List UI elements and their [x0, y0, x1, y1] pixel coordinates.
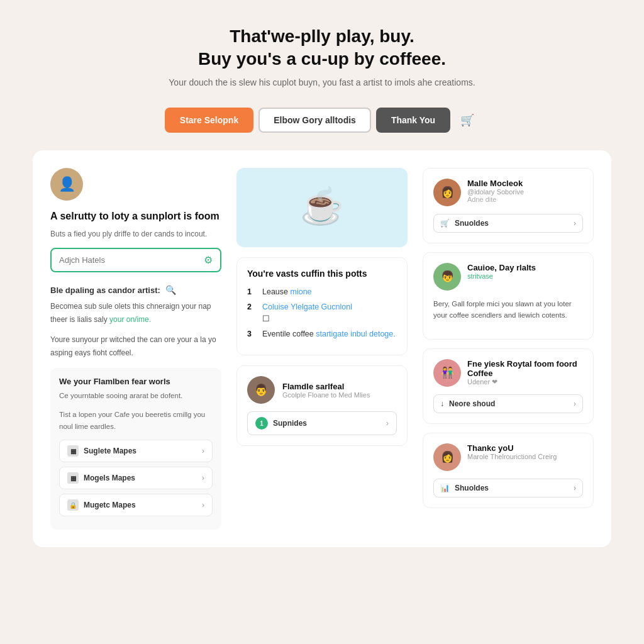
- sub-box-text-1: Ce yourntable sooing ararat be dofent.: [59, 390, 213, 401]
- checkbox-icon: ☐: [262, 314, 270, 323]
- down-icon-p3: ↓: [440, 399, 444, 408]
- badge-count: 1: [255, 417, 268, 430]
- coffee-card: ☕: [236, 168, 408, 247]
- divider-label: Ble dpaling as candor artist: 🔍: [50, 285, 221, 295]
- search-input[interactable]: [59, 255, 204, 265]
- creator-avatar: 👨: [247, 376, 275, 404]
- support-label: Supnides: [273, 419, 307, 428]
- chart-icon-p4: 📊: [440, 484, 450, 492]
- profile-card-4: 👩 Thankc yoU Marole Thelrourictiond Crei…: [423, 433, 594, 508]
- cart-icon-button[interactable]: 🛒: [455, 108, 479, 132]
- profile-handle-3: Udener ❤: [467, 378, 583, 386]
- sub-box-text-2: Tist a lopen your Cafe you beeretis cmil…: [59, 409, 213, 432]
- menu-icon-3: 🔒: [67, 499, 79, 511]
- profile-name-2: Cauioe, Day rlalts: [467, 263, 536, 272]
- step-3-link[interactable]: startigate inbul detoge.: [316, 330, 395, 338]
- creator-name: Flamdle sarlfeal: [282, 382, 370, 391]
- menu-item-3[interactable]: 🔒 Mugetc Mapes ›: [59, 494, 213, 516]
- tab-thankyou[interactable]: Thank You: [376, 108, 450, 133]
- profile-name-4: Thankc yoU: [467, 443, 557, 453]
- creator-sub: Gcolple Floane to Med Mlies: [282, 391, 370, 399]
- profile-action-btn-1[interactable]: 🛒 Snuoldes ›: [433, 214, 583, 233]
- sub-box: We your Flamlben fear worls Ce yourntabl…: [50, 368, 221, 530]
- left-section-title: A selrutty to loty a sunplort is foom: [50, 209, 221, 223]
- menu-item-2[interactable]: ▦ Mogels Mapes ›: [59, 467, 213, 489]
- profile-name-3: Fne yiesk Roytal foom foord Coffee: [467, 359, 583, 378]
- step-3: 3 Eventile coffee startigate inbul detog…: [247, 330, 397, 338]
- page-subtitle: Your douch the is slew his cuplot buyn, …: [13, 77, 631, 87]
- step-1: 1 Leause mione: [247, 287, 397, 296]
- chevron-p3: ›: [574, 399, 576, 408]
- profile-action-btn-3[interactable]: ↓ Neore shoud ›: [433, 394, 583, 413]
- step-2b: ☐: [262, 314, 397, 323]
- left-column: 👤 A selrutty to loty a sunplort is foom …: [50, 168, 221, 530]
- body-link-1[interactable]: your on/ime.: [109, 315, 151, 324]
- search-icon: 🔍: [165, 285, 176, 295]
- sub-box-title: We your Flamlben fear worls: [59, 377, 213, 386]
- profile-handle-2: stritvase: [467, 272, 536, 280]
- chevron-icon-creator: ›: [386, 419, 389, 428]
- chevron-icon-2: ›: [202, 474, 204, 482]
- profile-card-2: 👦 Cauioe, Day rlalts stritvase Bery, Gal…: [423, 252, 594, 340]
- profile-avatar-3: 👫: [433, 359, 461, 387]
- tab-explore[interactable]: Elbow Gory alltodis: [258, 108, 371, 133]
- search-input-group[interactable]: ⚙: [50, 248, 221, 272]
- profile-card-1: 👩 Malle Mocleok @idolary Soborive Adne d…: [423, 168, 594, 243]
- menu-icon-1: ▦: [67, 445, 79, 457]
- profile-handle-4: Marole Thelrourictiond Creirg: [467, 453, 557, 460]
- creator-support-btn[interactable]: 1 Supnides ›: [247, 411, 397, 435]
- body-text-2: Youre sunyour pr witched the can ore you…: [50, 333, 221, 359]
- middle-column: ☕ You're vasts cuffin this potts 1 Leaus…: [236, 168, 408, 530]
- cart-icon-p1: 🛒: [440, 219, 450, 228]
- profile-text-2: Bery, Gall forple mici you slawn at you …: [433, 298, 583, 321]
- profile-avatar-4: 👩: [433, 443, 461, 471]
- avatar: 👤: [50, 168, 83, 201]
- chevron-p1: ›: [574, 219, 576, 228]
- settings-icon: ⚙: [204, 254, 213, 266]
- profile-action-btn-4[interactable]: 📊 Shuoldes ›: [433, 479, 583, 497]
- menu-icon-2: ▦: [67, 472, 79, 484]
- menu-item-1[interactable]: ▦ Suglete Mapes ›: [59, 440, 213, 462]
- step-1-link[interactable]: mione: [290, 287, 311, 296]
- profile-card-3: 👫 Fne yiesk Roytal foom foord Coffee Ude…: [423, 348, 594, 424]
- main-content: 👤 A selrutty to loty a sunplort is foom …: [33, 150, 611, 547]
- steps-title: You're vasts cuffin this potts: [247, 268, 397, 280]
- page-header: That'we-plly play, buy. Buy you's a cu-u…: [13, 25, 631, 87]
- coffee-icon: ☕: [254, 186, 390, 227]
- profile-avatar-2: 👦: [433, 263, 461, 291]
- chevron-p4: ›: [574, 484, 576, 492]
- page-title: That'we-plly play, buy. Buy you's a cu-u…: [13, 25, 631, 71]
- left-section-text: Buts a fied you ply driffe to der cands …: [50, 228, 221, 240]
- tab-store[interactable]: Stare Selopnk: [165, 108, 253, 133]
- tab-bar: Stare Selopnk Elbow Gory alltodis Thank …: [13, 108, 631, 133]
- steps-card: You're vasts cuffin this potts 1 Leause …: [236, 257, 408, 356]
- page-wrapper: That'we-plly play, buy. Buy you's a cu-u…: [13, 25, 631, 547]
- profile-date-1: Adne dite: [467, 196, 524, 203]
- body-text-1: Becomea sub sule olets this chneraign yo…: [50, 300, 221, 326]
- creator-card: 👨 Flamdle sarlfeal Gcolple Floane to Med…: [236, 365, 408, 446]
- profile-handle-1: @idolary Soborive: [467, 188, 524, 196]
- step-2: 2 Coluise Ylelgate Gucnlonl: [247, 303, 397, 311]
- profile-avatar-1: 👩: [433, 179, 461, 206]
- step-2-link[interactable]: Coluise Ylelgate Gucnlonl: [262, 303, 352, 311]
- profile-name-1: Malle Mocleok: [467, 179, 524, 188]
- menu-items: ▦ Suglete Mapes › ▦ Mogels Mapes ›: [59, 440, 213, 516]
- right-column: 👩 Malle Mocleok @idolary Soborive Adne d…: [423, 168, 594, 530]
- chevron-icon-3: ›: [202, 501, 204, 509]
- chevron-icon-1: ›: [202, 447, 204, 455]
